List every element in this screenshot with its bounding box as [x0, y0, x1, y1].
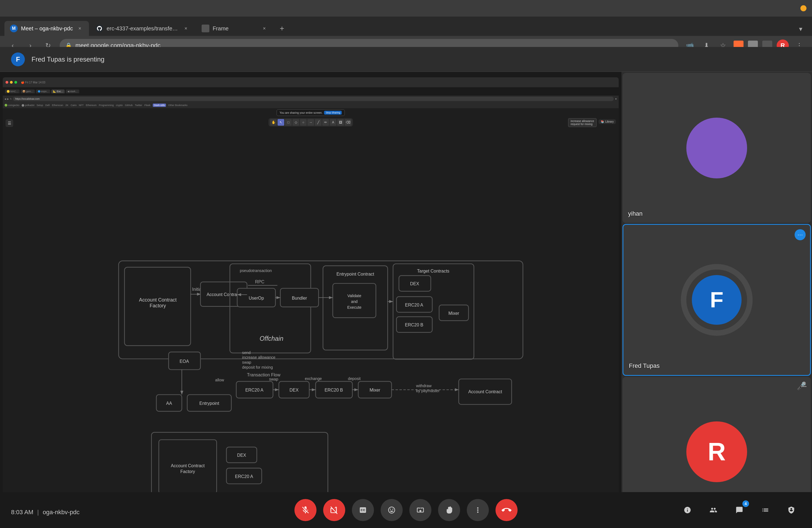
svg-text:ERC20 B: ERC20 B — [324, 388, 343, 392]
tab-github-close[interactable]: × — [182, 25, 189, 32]
inner-tab1[interactable]: 🟡 MAC... — [5, 89, 19, 93]
content-area: 🍎 Fri 17 Mar 14:03 🟡 MAC... 📦 gem... 🔷 e… — [0, 72, 812, 528]
svg-text:Offchain: Offchain — [260, 335, 284, 342]
activities-button[interactable] — [756, 500, 775, 520]
bookmark-github[interactable]: GitHub — [125, 104, 133, 107]
svg-text:increase allowance: increase allowance — [242, 355, 276, 360]
presenter-banner: F Fred Tupas is presenting — [0, 47, 812, 72]
svg-text:AA: AA — [166, 401, 172, 406]
svg-text:Account Contract: Account Contract — [139, 297, 176, 303]
yihan-name: yihan — [628, 210, 643, 217]
excalidraw-toolbar: ✋ ↖ □ ◇ ○ → ╱ ✏ A 🖼 ⌫ — [269, 118, 353, 127]
fred-name: Fred Tupas — [629, 362, 659, 369]
svg-text:send: send — [242, 350, 251, 355]
tool-rect[interactable]: □ — [285, 119, 292, 126]
video-button[interactable] — [323, 499, 345, 521]
svg-text:RPC: RPC — [255, 279, 265, 284]
tool-diamond[interactable]: ◇ — [292, 119, 299, 126]
bookmark-defi[interactable]: Defi — [45, 104, 50, 107]
svg-text:ERC20 A: ERC20 A — [245, 388, 263, 392]
bookmark-twitter[interactable]: Twitter — [135, 104, 142, 107]
fred-options-button[interactable]: ⋯ — [795, 229, 806, 240]
tool-hand[interactable]: ✋ — [270, 119, 277, 126]
tool-circle[interactable]: ○ — [300, 119, 307, 126]
bookmark-fleek[interactable]: Fleek — [144, 104, 150, 107]
inner-tab3[interactable]: 🔷 expo... — [36, 89, 50, 93]
fred-avatar-letter: F — [710, 287, 724, 312]
safety-button[interactable] — [782, 500, 801, 520]
svg-text:exchange: exchange — [305, 377, 322, 381]
tooltip-box: increase allowance request for mixing — [568, 118, 597, 127]
mic-button[interactable] — [294, 499, 317, 521]
tab-frame-title: Frame — [213, 25, 257, 32]
svg-text:EOA: EOA — [179, 359, 189, 364]
raise-hand-button[interactable] — [438, 499, 460, 521]
tool-image[interactable]: 🖼 — [337, 119, 344, 126]
bookmark-nft[interactable]: NFT — [79, 104, 84, 107]
svg-text:Entrypoint Contract: Entrypoint Contract — [336, 272, 374, 276]
bookmark-coingecko[interactable]: 🟢 coingecko — [4, 104, 19, 107]
inner-dot-green — [14, 81, 17, 84]
bookmark-other[interactable]: Other Bookmarks — [168, 104, 188, 107]
people-button[interactable] — [704, 500, 723, 520]
inner-tab2[interactable]: 📦 gem... — [21, 89, 35, 93]
tool-eraser[interactable]: ⌫ — [345, 119, 351, 126]
chat-button[interactable]: 4 — [730, 500, 749, 520]
svg-text:UserOp: UserOp — [249, 296, 264, 300]
info-button[interactable] — [678, 500, 697, 520]
bookmark-polkadot[interactable]: ⬤ polkadot — [21, 104, 34, 107]
svg-text:Factory: Factory — [150, 303, 166, 308]
svg-text:Target Contracts: Target Contracts — [417, 269, 449, 274]
inner-dot-red — [5, 81, 8, 84]
tool-text[interactable]: A — [330, 119, 336, 126]
browser-frame: M Meet – oga-nkbv-pdc × erc-4337-example… — [0, 0, 812, 47]
bookmark-cairo[interactable]: Cairo — [71, 104, 77, 107]
emoji-button[interactable] — [381, 499, 403, 521]
bookmark-programming[interactable]: Programming — [99, 104, 114, 107]
svg-text:Bundler: Bundler — [292, 296, 307, 300]
share-screen-button[interactable] — [409, 499, 431, 521]
bookmark-crypto[interactable]: crypto — [116, 104, 123, 107]
bookmark-2k[interactable]: 2K — [66, 104, 69, 107]
excalidraw-canvas[interactable]: You are sharing your entire screen. Stop… — [3, 108, 619, 498]
yihan-avatar — [686, 118, 747, 178]
excalidraw-menu[interactable]: ☰ — [5, 119, 13, 127]
tab-meet[interactable]: M Meet – oga-nkbv-pdc × — [4, 21, 89, 36]
bookmark-setup[interactable]: Setup — [37, 104, 43, 107]
svg-text:ERC20 A: ERC20 A — [405, 303, 423, 307]
participant-card-fred: F ⋯ Fred Tupas — [623, 224, 811, 376]
tab-frame-close[interactable]: × — [261, 25, 268, 32]
bookmark-ethereum[interactable]: Ethereum — [86, 104, 97, 107]
inner-url: https://excalidraw.com — [15, 98, 40, 100]
svg-text:DEX: DEX — [410, 281, 419, 286]
svg-text:Account Contract: Account Contract — [171, 464, 205, 468]
bookmark-etherscan[interactable]: Etherscan — [52, 104, 63, 107]
library-button[interactable]: 📚Library — [598, 119, 616, 124]
meeting-id-display: oga-nkbv-pdc — [43, 509, 79, 516]
tab-meet-close[interactable]: × — [76, 25, 83, 32]
new-tab-button[interactable]: + — [275, 21, 289, 36]
stop-sharing-button[interactable]: Stop Sharing — [324, 111, 342, 115]
inner-tab4[interactable]: ◀ stark... — [66, 89, 79, 93]
tool-arrow[interactable]: → — [307, 119, 314, 126]
tab-frame[interactable]: Frame × — [196, 21, 273, 36]
svg-text:withdraw: withdraw — [416, 384, 432, 388]
bookmark-stark-utils[interactable]: Stark-utils — [153, 104, 166, 107]
svg-text:Account Contract: Account Contract — [468, 390, 502, 394]
svg-text:Mixer: Mixer — [449, 311, 460, 316]
tool-pencil[interactable]: ✏ — [322, 119, 329, 126]
title-bar — [0, 0, 812, 17]
inner-tab-excali[interactable]: 📐 Exc... — [52, 89, 64, 93]
svg-text:and: and — [351, 299, 358, 304]
tab-github[interactable]: erc-4337-examples/transfer.ts × — [90, 21, 195, 36]
end-call-button[interactable] — [495, 499, 518, 521]
bottom-control-bar: 8:03 AM | oga-nkbv-pdc — [0, 492, 812, 528]
tool-select[interactable]: ↖ — [278, 119, 284, 126]
captions-button[interactable] — [352, 499, 374, 521]
tool-line[interactable]: ╱ — [315, 119, 321, 126]
main-content: F Fred Tupas is presenting 🍎 Fri 17 Mar … — [0, 47, 812, 528]
tab-expand-button[interactable]: ▾ — [794, 22, 808, 36]
sharing-text: You are sharing your entire screen. — [279, 111, 322, 114]
more-options-button[interactable] — [467, 499, 489, 521]
svg-text:DEX: DEX — [237, 453, 246, 458]
